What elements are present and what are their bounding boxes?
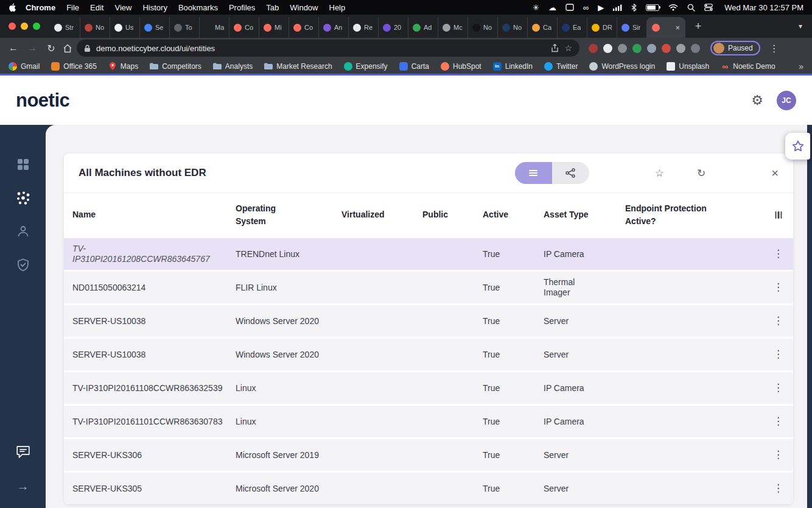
bookmark-hubspot[interactable]: HubSpot	[441, 62, 481, 71]
row-menu-kebab-icon[interactable]: ⋮	[773, 315, 783, 326]
control-center-icon[interactable]	[704, 4, 713, 11]
extension-icon[interactable]	[618, 44, 627, 53]
bookmark-twitter[interactable]: Twitter	[544, 62, 578, 71]
favorites-fab-star-button[interactable]	[785, 133, 810, 160]
browser-tab[interactable]: No	[497, 17, 527, 38]
menu-edit[interactable]: Edit	[90, 3, 103, 12]
browser-tab[interactable]: Ca	[527, 17, 557, 38]
refresh-icon[interactable]: ↻	[697, 168, 705, 178]
back-button[interactable]: ←	[6, 43, 21, 54]
url-text[interactable]: demo.noeticcyber.cloud/ui/entities	[96, 44, 545, 53]
browser-tab[interactable]: 20	[378, 17, 408, 38]
browser-tab[interactable]: To	[169, 17, 199, 38]
wifi-status-icon[interactable]	[668, 4, 678, 11]
column-settings-icon[interactable]	[774, 210, 785, 220]
table-row[interactable]: SERVER-US10038 Windows Server 2020 True …	[64, 305, 793, 337]
browser-tab-active[interactable]: ×	[646, 17, 685, 38]
forward-button[interactable]: →	[25, 43, 40, 54]
extension-icon[interactable]	[691, 44, 700, 53]
sidebar-item-security-coverage[interactable]	[15, 257, 31, 273]
cellular-status-icon[interactable]	[613, 4, 622, 11]
menu-bar-clock[interactable]: Wed Mar 30 12:57 PM	[724, 3, 803, 12]
cloud-status-icon[interactable]: ☁	[548, 3, 556, 12]
table-row[interactable]: TV-IP310PI20161108CCWR863632539 Linux Tr…	[64, 372, 793, 404]
bookmarks-overflow-chevron[interactable]: »	[799, 62, 803, 71]
reload-button[interactable]: ↻	[44, 43, 58, 54]
site-info-lock-icon[interactable]	[84, 44, 91, 52]
noetic-logo[interactable]: noetic	[16, 90, 69, 111]
browser-tab[interactable]: Mi	[259, 17, 289, 38]
bookmark-noetic-demo[interactable]: ∞Noetic Demo	[721, 62, 775, 71]
settings-gear-icon[interactable]: ⚙	[751, 93, 763, 108]
bookmark-carta[interactable]: Carta	[399, 62, 429, 71]
extension-icon[interactable]	[589, 44, 598, 53]
sidebar-expand-arrow-icon[interactable]: →	[17, 479, 29, 493]
spotlight-search-icon[interactable]	[687, 4, 695, 12]
browser-tab[interactable]: Ma	[199, 17, 229, 38]
user-avatar[interactable]: JC	[777, 91, 796, 110]
menu-bookmarks[interactable]: Bookmarks	[178, 3, 218, 12]
chat-help-icon[interactable]	[15, 444, 31, 460]
extension-icon[interactable]	[676, 44, 685, 53]
apple-menu-icon[interactable]	[9, 3, 16, 12]
new-tab-button[interactable]: +	[689, 17, 707, 35]
browser-tab[interactable]: Ea	[557, 17, 587, 38]
home-button[interactable]	[63, 44, 72, 53]
bookmark-folder-market-research[interactable]: Market Research	[264, 62, 332, 71]
browser-tab[interactable]: An	[318, 17, 348, 38]
table-row[interactable]: SERVER-US10038 Windows Server 2020 True …	[64, 339, 793, 370]
extension-icon[interactable]	[632, 44, 642, 53]
table-row[interactable]: TV-IP310PI20161208CCWR863645767 TRENDnet…	[64, 238, 793, 270]
table-row[interactable]: ND0115050063214 FLIR Linux True Thermal …	[64, 272, 793, 303]
bookmark-folder-competitors[interactable]: Competitors	[150, 62, 201, 71]
infinity-status-icon[interactable]: ∞	[583, 3, 589, 12]
extension-icon[interactable]	[647, 44, 656, 53]
bookmark-office365[interactable]: Office 365	[51, 62, 96, 71]
browser-tab[interactable]: Sir	[617, 17, 646, 38]
tab-close-icon[interactable]: ×	[675, 23, 680, 32]
table-row[interactable]: TV-IP310PI20161101CCWR863630783 Linux Tr…	[64, 406, 793, 437]
row-menu-kebab-icon[interactable]: ⋮	[773, 482, 783, 494]
sparkle-status-icon[interactable]: ✳	[533, 3, 539, 12]
menu-file[interactable]: File	[66, 3, 79, 12]
browser-tab[interactable]: Str	[50, 17, 80, 38]
graph-view-button[interactable]	[552, 162, 589, 184]
bookmark-expensify[interactable]: Expensify	[344, 62, 388, 71]
menu-view[interactable]: View	[114, 3, 131, 12]
table-view-button[interactable]	[515, 162, 552, 184]
browser-tab[interactable]: DR	[587, 17, 617, 38]
sidebar-item-dashboards[interactable]	[15, 157, 31, 172]
window-minimize-button[interactable]	[21, 23, 28, 30]
bookmark-maps[interactable]: Maps	[108, 62, 138, 71]
row-menu-kebab-icon[interactable]: ⋮	[773, 449, 783, 460]
bookmark-unsplash[interactable]: Unsplash	[667, 62, 709, 71]
table-row[interactable]: SERVER-UKS305 Microsoft Server 2020 True…	[64, 473, 793, 504]
bookmark-wordpress[interactable]: WordPress login	[589, 62, 655, 71]
profile-chip[interactable]: Paused	[710, 41, 760, 55]
menu-help[interactable]: Help	[329, 3, 346, 12]
row-menu-kebab-icon[interactable]: ⋮	[773, 415, 783, 427]
menu-history[interactable]: History	[142, 3, 167, 12]
browser-tab[interactable]: Co	[289, 17, 318, 38]
browser-tab[interactable]: No	[80, 17, 110, 38]
bookmark-folder-analysts[interactable]: Analysts	[213, 62, 253, 71]
share-icon[interactable]	[551, 44, 559, 52]
menu-window[interactable]: Window	[290, 3, 318, 12]
bookmark-gmail[interactable]: Gmail	[9, 62, 40, 71]
menu-chrome[interactable]: Chrome	[26, 3, 55, 12]
window-close-button[interactable]	[9, 23, 16, 30]
sidebar-item-entities[interactable]	[15, 190, 31, 206]
browser-tab[interactable]: Co	[229, 17, 259, 38]
window-zoom-button[interactable]	[33, 23, 40, 30]
row-menu-kebab-icon[interactable]: ⋮	[773, 348, 783, 360]
bookmark-star-icon[interactable]: ☆	[564, 43, 572, 53]
row-menu-kebab-icon[interactable]: ⋮	[773, 248, 783, 259]
browser-tab[interactable]: No	[467, 17, 497, 38]
browser-menu-kebab-icon[interactable]: ⋮	[769, 43, 779, 54]
extension-icon[interactable]	[662, 44, 671, 53]
menu-tab[interactable]: Tab	[266, 3, 279, 12]
battery-status-icon[interactable]	[646, 4, 659, 11]
bookmark-linkedin[interactable]: inLinkedIn	[493, 62, 533, 71]
app-window-status-icon[interactable]	[565, 4, 574, 11]
address-bar[interactable]: demo.noeticcyber.cloud/ui/entities ☆	[77, 40, 579, 57]
